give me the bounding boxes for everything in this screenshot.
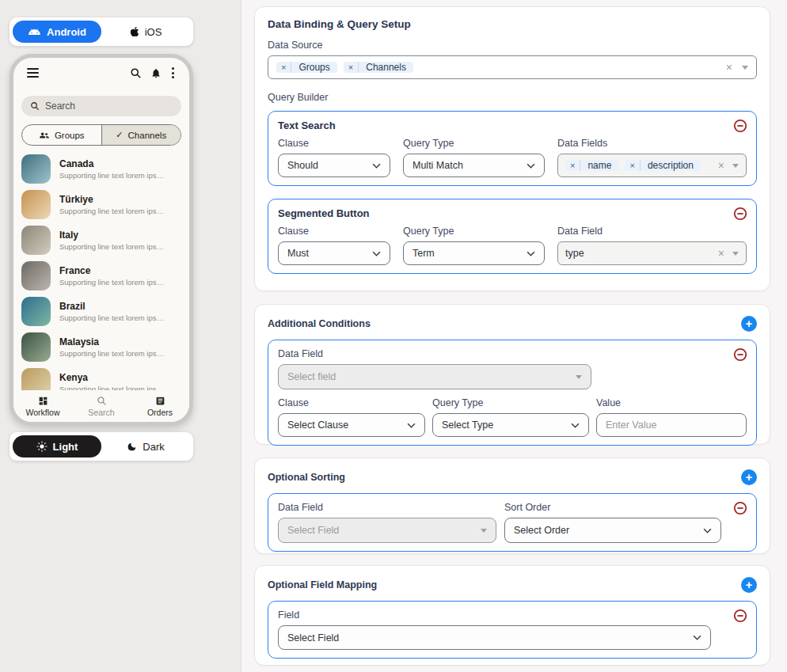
tab-channels[interactable]: ✓ Channels: [101, 125, 181, 145]
country-thumbnail: [21, 297, 51, 326]
mapping-rule-card: Field Select Field: [268, 601, 757, 659]
data-field-placeholder: Select field: [287, 371, 336, 382]
data-field-select[interactable]: Select field: [278, 364, 591, 389]
add-condition-button[interactable]: +: [741, 316, 757, 332]
chevron-down-icon: [703, 528, 712, 533]
android-tab[interactable]: Android: [13, 21, 101, 43]
remove-mapping-button[interactable]: [733, 609, 747, 623]
clause-select[interactable]: Should: [278, 154, 390, 177]
clause-select[interactable]: Select Clause: [278, 413, 425, 437]
chevron-down-icon: [527, 163, 535, 169]
remove-chip-icon[interactable]: ×: [625, 160, 640, 171]
orders-icon: [155, 396, 165, 406]
nav-item-orders[interactable]: Orders: [131, 390, 189, 422]
section-title: Optional Sorting: [268, 472, 345, 483]
add-mapping-button[interactable]: +: [741, 577, 757, 593]
chip-label: description: [641, 160, 701, 171]
remove-chip-icon[interactable]: ×: [344, 62, 359, 73]
query-type-select[interactable]: Select Type: [432, 413, 589, 437]
data-field-select[interactable]: type ×: [557, 241, 747, 265]
dark-theme-button[interactable]: Dark: [101, 435, 190, 457]
chip-groups: × Groups: [276, 62, 337, 73]
add-sort-button[interactable]: +: [741, 469, 757, 485]
mapping-field-placeholder: Select Field: [287, 632, 339, 644]
list-item-turkiye[interactable]: Türkiye Supporting line text lorem ipsum…: [13, 187, 189, 222]
data-field-label: Data Field: [557, 226, 747, 237]
list-item-canada[interactable]: Canada Supporting line text lorem ipsum …: [13, 151, 189, 187]
phone-search-input[interactable]: [45, 101, 156, 112]
list-item-france[interactable]: France Supporting line text lorem ipsum …: [13, 258, 189, 294]
clear-icon[interactable]: ×: [718, 248, 724, 259]
list-item-kenya[interactable]: Kenya Supporting line text lorem ipsum d…: [13, 365, 189, 390]
data-field-value: type: [565, 248, 584, 259]
clause-placeholder: Select Clause: [287, 420, 348, 431]
tab-groups[interactable]: Groups: [22, 125, 101, 145]
dropdown-arrow-icon[interactable]: [742, 66, 748, 70]
query-type-value: Term: [413, 248, 435, 259]
list-item-subtitle: Supporting line text lorem ipsum dol...: [59, 313, 167, 323]
list-item-brazil[interactable]: Brazil Supporting line text lorem ipsum …: [13, 294, 189, 329]
list-item-title: Türkiye: [59, 194, 167, 205]
phone-bottom-nav: Workflow Search Orders: [13, 390, 189, 422]
preview-panel: Android iOS: [0, 0, 241, 672]
phone-topbar: [13, 65, 189, 81]
nav-item-search[interactable]: Search: [72, 390, 131, 422]
list-item-subtitle: Supporting line text lorem ipsum dol...: [59, 278, 167, 287]
field-label: Field: [278, 609, 711, 621]
workflow-icon: [38, 396, 48, 406]
list-item-malaysia[interactable]: Malaysia Supporting line text lorem ipsu…: [13, 329, 189, 365]
rule-title: Text Search: [278, 120, 747, 131]
clause-label: Clause: [278, 138, 390, 149]
sort-rule-card: Data Field Select Field Sort Order Selec…: [268, 493, 757, 552]
remove-condition-button[interactable]: [733, 347, 747, 362]
notifications-icon[interactable]: [150, 67, 162, 79]
data-field-label: Data Field: [278, 502, 496, 513]
nav-item-workflow[interactable]: Workflow: [13, 390, 72, 422]
remove-sort-button[interactable]: [733, 501, 747, 515]
list-item-subtitle: Supporting line text lorem ipsum dol...: [59, 207, 167, 216]
chip-channels: × Channels: [344, 62, 413, 73]
query-type-select[interactable]: Multi Match: [403, 154, 545, 177]
additional-conditions-card: Additional Conditions + Data Field Selec…: [254, 304, 770, 445]
list-item-italy[interactable]: Italy Supporting line text lorem ipsum d…: [13, 222, 189, 258]
segmented-button-rule-card: Segmented Button Clause Must Query Type …: [268, 199, 757, 274]
dropdown-arrow-icon[interactable]: [732, 164, 739, 168]
list-item-subtitle: Supporting line text lorem ipsum dol...: [59, 171, 167, 180]
query-type-select[interactable]: Term: [403, 241, 545, 265]
clause-label: Clause: [278, 226, 390, 237]
clear-all-icon[interactable]: ×: [726, 62, 732, 73]
data-fields-multiselect[interactable]: × name × description ×: [557, 154, 747, 177]
search-icon[interactable]: [130, 67, 142, 79]
chip-label: Groups: [291, 62, 336, 73]
sort-order-select[interactable]: Select Order: [504, 518, 721, 543]
query-type-label: Query Type: [432, 397, 589, 408]
light-theme-button[interactable]: Light: [13, 435, 101, 457]
more-options-icon[interactable]: [170, 67, 176, 78]
dropdown-arrow-icon[interactable]: [732, 252, 739, 256]
remove-rule-button[interactable]: [733, 207, 747, 221]
country-thumbnail: [21, 190, 51, 219]
sort-field-select[interactable]: Select Field: [278, 518, 496, 543]
list-item-title: Brazil: [59, 301, 167, 312]
tab-groups-label: Groups: [55, 131, 85, 140]
remove-rule-button[interactable]: [733, 119, 747, 133]
chevron-down-icon: [571, 423, 580, 428]
menu-icon[interactable]: [27, 68, 39, 78]
list-item-title: Italy: [59, 230, 167, 241]
remove-chip-icon[interactable]: ×: [276, 62, 291, 73]
chip-label: name: [580, 160, 618, 171]
clause-select[interactable]: Must: [278, 241, 390, 265]
phone-search-bar[interactable]: [21, 96, 181, 116]
mapping-field-select[interactable]: Select Field: [278, 625, 711, 650]
data-source-multiselect[interactable]: × Groups × Channels ×: [268, 55, 757, 79]
remove-chip-icon[interactable]: ×: [565, 160, 580, 171]
clear-all-icon[interactable]: ×: [718, 160, 724, 171]
nav-label: Orders: [147, 408, 173, 417]
ios-tab[interactable]: iOS: [101, 21, 190, 43]
list-item-subtitle: Supporting line text lorem ipsum dol...: [59, 349, 167, 359]
chip-name: × name: [565, 160, 618, 171]
value-input[interactable]: [596, 413, 747, 437]
section-title: Optional Field Mapping: [268, 579, 377, 590]
country-thumbnail: [21, 332, 51, 362]
query-type-label: Query Type: [403, 226, 545, 237]
